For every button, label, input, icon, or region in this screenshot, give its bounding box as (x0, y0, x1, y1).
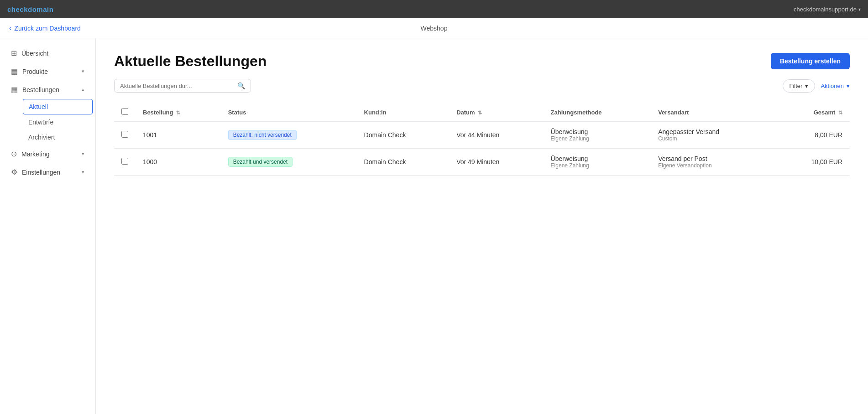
header-gesamt[interactable]: Gesamt ⇅ (775, 104, 850, 121)
back-arrow-icon: ‹ (9, 24, 11, 32)
actions-chevron-icon: ▾ (847, 83, 850, 89)
topbar: checkdomain checkdomainsupport.de ▾ (0, 0, 868, 18)
account-menu[interactable]: checkdomainsupport.de ▾ (794, 6, 861, 13)
back-label: Zurück zum Dashboard (14, 25, 81, 32)
marketing-chevron-icon: ▾ (82, 151, 84, 157)
payment-main: Überweisung (551, 155, 644, 162)
subbar-page-name: Webshop (421, 25, 448, 32)
sidebar-subitem-label-archiviert: Archiviert (28, 134, 55, 141)
payment-sub: Eigene Zahlung (551, 135, 644, 142)
row-payment: Überweisung Eigene Zahlung (544, 121, 651, 149)
shipping-main: Versand per Post (658, 155, 767, 162)
sidebar-subitem-aktuell[interactable]: Aktuell (23, 99, 93, 114)
actions-label: Aktionen (821, 83, 844, 89)
header-zahlungsmethode: Zahlungsmethode (544, 104, 651, 121)
filter-chevron-icon: ▾ (805, 83, 808, 89)
select-all-checkbox[interactable] (121, 108, 128, 115)
sidebar-item-einstellungen[interactable]: ⚙ Einstellungen ▾ (3, 163, 93, 181)
sidebar-subitem-entwurfe[interactable]: Entwürfe (23, 115, 93, 129)
row-order-number: 1001 (136, 121, 221, 149)
page-title: Aktuelle Bestellungen (114, 53, 267, 70)
sidebar-subitem-label-entwurfe: Entwürfe (28, 119, 53, 126)
row-payment: Überweisung Eigene Zahlung (544, 149, 651, 176)
account-name: checkdomainsupport.de (794, 6, 857, 13)
create-order-button[interactable]: Bestellung erstellen (771, 53, 850, 69)
row-customer: Domain Check (357, 121, 450, 149)
row-shipping: Versand per Post Eigene Versandoption (651, 149, 774, 176)
main-layout: ⊞ Übersicht ▤ Produkte ▾ ▦ Bestellungen … (0, 38, 868, 414)
sidebar-item-label-ubersicht: Übersicht (21, 50, 84, 57)
header-status-label: Status (228, 109, 246, 116)
back-link[interactable]: ‹ Zurück zum Dashboard (9, 24, 81, 32)
row-customer: Domain Check (357, 149, 450, 176)
sidebar-subitem-label-aktuell: Aktuell (29, 103, 48, 110)
filter-actions: Filter ▾ Aktionen ▾ (783, 79, 850, 93)
header-datum[interactable]: Datum ⇅ (449, 104, 543, 121)
row-status: Bezahlt, nicht versendet (221, 121, 357, 149)
search-box[interactable]: 🔍 (114, 79, 251, 93)
table-row[interactable]: 1000 Bezahlt und versendet Domain Check … (114, 149, 850, 176)
shipping-sub: Custom (658, 135, 767, 142)
orders-table-container: Bestellung ⇅ Status Kund:in Datum ⇅ (114, 104, 850, 176)
sidebar-subitem-archiviert[interactable]: Archiviert (23, 130, 93, 145)
header-bestellung-label: Bestellung (143, 109, 173, 116)
logo-domain: domain (28, 5, 53, 13)
produkte-chevron-icon: ▾ (82, 68, 84, 74)
sidebar-item-label-einstellungen: Einstellungen (22, 169, 77, 176)
status-badge: Bezahlt, nicht versendet (228, 130, 297, 140)
row-date: Vor 44 Minuten (449, 121, 543, 149)
header-versandart: Versandart (651, 104, 774, 121)
einstellungen-chevron-icon: ▾ (82, 169, 84, 175)
shipping-main: Angepasster Versand (658, 128, 767, 135)
row-checkbox-1001[interactable] (121, 131, 128, 138)
table-row[interactable]: 1001 Bezahlt, nicht versendet Domain Che… (114, 121, 850, 149)
header-status: Status (221, 104, 357, 121)
row-total: 10,00 EUR (775, 149, 850, 176)
sidebar: ⊞ Übersicht ▤ Produkte ▾ ▦ Bestellungen … (0, 38, 96, 414)
marketing-icon: ⊙ (11, 150, 17, 158)
row-date: Vor 49 Minuten (449, 149, 543, 176)
header-bestellung[interactable]: Bestellung ⇅ (136, 104, 221, 121)
header-checkbox-cell (114, 104, 136, 121)
row-checkbox-cell (114, 149, 136, 176)
gesamt-sort-icon: ⇅ (838, 110, 842, 115)
logo-check: check (7, 5, 28, 13)
row-checkbox-1000[interactable] (121, 158, 128, 165)
toolbar: 🔍 Filter ▾ Aktionen ▾ (114, 79, 850, 93)
orders-table: Bestellung ⇅ Status Kund:in Datum ⇅ (114, 104, 850, 176)
produkte-icon: ▤ (11, 67, 18, 76)
sidebar-item-label-produkte: Produkte (22, 68, 77, 75)
actions-button[interactable]: Aktionen ▾ (821, 83, 850, 89)
header-versandart-label: Versandart (658, 109, 689, 116)
filter-button[interactable]: Filter ▾ (783, 79, 816, 93)
header-kundin: Kund:in (357, 104, 450, 121)
subbar: ‹ Zurück zum Dashboard Webshop (0, 18, 868, 38)
account-chevron: ▾ (858, 7, 861, 12)
header-zahlungsmethode-label: Zahlungsmethode (551, 109, 602, 116)
bestellung-sort-icon: ⇅ (176, 110, 180, 115)
row-status: Bezahlt und versendet (221, 149, 357, 176)
table-header-row: Bestellung ⇅ Status Kund:in Datum ⇅ (114, 104, 850, 121)
payment-main: Überweisung (551, 128, 644, 135)
filter-label: Filter (790, 83, 803, 89)
main-content: Aktuelle Bestellungen Bestellung erstell… (96, 38, 868, 414)
row-shipping: Angepasster Versand Custom (651, 121, 774, 149)
shipping-sub: Eigene Versandoption (658, 162, 767, 169)
sidebar-item-ubersicht[interactable]: ⊞ Übersicht (3, 44, 93, 62)
header-gesamt-label: Gesamt (814, 109, 836, 116)
sidebar-item-label-bestellungen: Bestellungen (22, 86, 77, 93)
page-header: Aktuelle Bestellungen Bestellung erstell… (114, 53, 850, 70)
header-kundin-label: Kund:in (364, 109, 387, 116)
search-icon: 🔍 (237, 82, 245, 89)
einstellungen-icon: ⚙ (11, 168, 17, 176)
search-input[interactable] (120, 83, 234, 89)
sidebar-item-label-marketing: Marketing (21, 150, 77, 158)
row-total: 8,00 EUR (775, 121, 850, 149)
bestellungen-icon: ▦ (11, 85, 18, 94)
ubersicht-icon: ⊞ (11, 49, 17, 57)
logo: checkdomain (7, 5, 53, 13)
header-datum-label: Datum (456, 109, 475, 116)
sidebar-item-marketing[interactable]: ⊙ Marketing ▾ (3, 145, 93, 163)
sidebar-item-bestellungen[interactable]: ▦ Bestellungen ▴ (3, 81, 93, 98)
sidebar-item-produkte[interactable]: ▤ Produkte ▾ (3, 62, 93, 80)
